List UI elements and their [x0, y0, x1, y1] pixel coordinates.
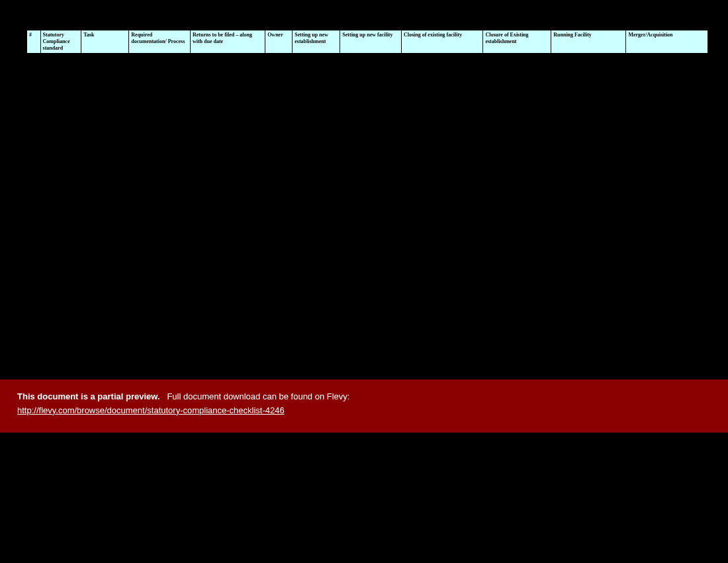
preview-banner: This document is a partial preview. Full…	[0, 380, 728, 433]
col-header: Statutory Compliance standard	[40, 30, 81, 54]
col-header: Running Facility	[551, 30, 626, 54]
table-header-row: #Statutory Compliance standardTaskRequir…	[27, 30, 708, 54]
col-header: Merger/Acquisition	[626, 30, 708, 54]
table-header-container: #Statutory Compliance standardTaskRequir…	[26, 30, 708, 54]
col-header: Setting up new establishment	[293, 30, 340, 54]
col-header: Task	[81, 30, 129, 54]
banner-lead: This document is a partial preview.	[17, 391, 160, 401]
col-header: Returns to be filed – along with due dat…	[190, 30, 265, 54]
banner-rest: Full document download can be found on F…	[162, 391, 349, 401]
col-header: Required documentation/ Process	[129, 30, 191, 54]
col-header: Setting up new facility	[340, 30, 402, 54]
banner-link[interactable]: http://flevy.com/browse/document/statuto…	[17, 405, 285, 415]
col-header: Owner	[265, 30, 293, 54]
compliance-table: #Statutory Compliance standardTaskRequir…	[26, 30, 708, 54]
col-header: Closing of existing facility	[401, 30, 482, 54]
col-header: Closure of Existing establishment	[483, 30, 551, 54]
col-header: #	[27, 30, 41, 54]
